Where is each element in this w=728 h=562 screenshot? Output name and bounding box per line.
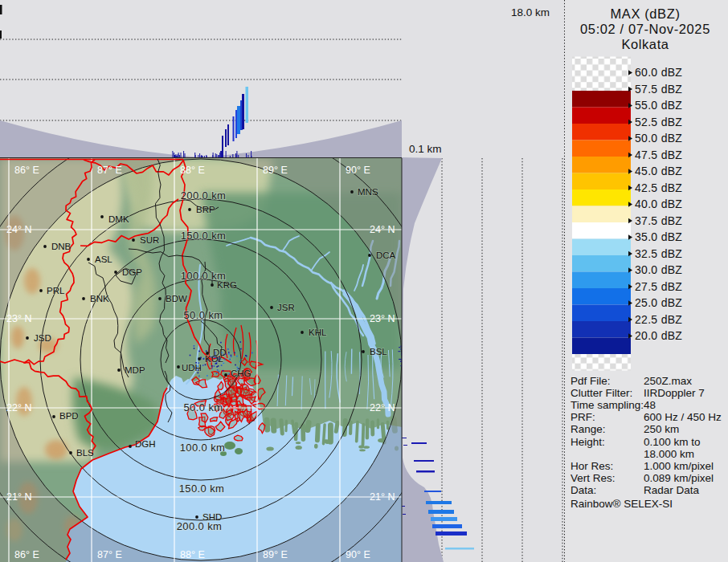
svg-text:250 km: 250 km: [644, 423, 679, 435]
svg-text:IIRDoppler 7: IIRDoppler 7: [644, 387, 705, 399]
svg-text:Clutter Filter:: Clutter Filter:: [571, 387, 632, 399]
svg-text:50.0 dBZ: 50.0 dBZ: [635, 132, 682, 145]
svg-text:Radar Data: Radar Data: [644, 484, 700, 496]
svg-text:23° N: 23° N: [6, 313, 31, 324]
svg-text:37.5 dBZ: 37.5 dBZ: [635, 214, 682, 227]
svg-text:89° E: 89° E: [263, 165, 288, 176]
svg-text:0.100 km to: 0.100 km to: [644, 436, 701, 448]
svg-text:88° E: 88° E: [180, 165, 205, 176]
svg-text:DGH: DGH: [135, 439, 156, 449]
svg-text:ASL: ASL: [95, 255, 112, 264]
svg-text:SUR: SUR: [140, 235, 159, 245]
svg-text:24° N: 24° N: [6, 224, 31, 235]
svg-text:50.0 km: 50.0 km: [183, 309, 223, 321]
svg-text:Rainbow® SELEX-SI: Rainbow® SELEX-SI: [571, 498, 673, 510]
svg-text:PRL: PRL: [47, 286, 65, 295]
svg-text:89° E: 89° E: [263, 549, 288, 560]
svg-text:47.5 dBZ: 47.5 dBZ: [635, 149, 682, 161]
svg-text:22° N: 22° N: [370, 402, 395, 413]
svg-text:Height:: Height:: [571, 436, 605, 448]
svg-text:BPD: BPD: [59, 411, 79, 421]
svg-text:48: 48: [644, 399, 656, 411]
svg-text:MAX (dBZ): MAX (dBZ): [611, 6, 681, 21]
svg-text:20.0 dBZ: 20.0 dBZ: [635, 329, 682, 342]
svg-text:MNS: MNS: [358, 187, 378, 197]
svg-text:600 Hz / 450 Hz: 600 Hz / 450 Hz: [644, 411, 722, 423]
svg-text:DMK: DMK: [108, 214, 129, 224]
svg-text:27.5 dBZ: 27.5 dBZ: [635, 280, 682, 293]
svg-text:KHL: KHL: [309, 328, 327, 337]
svg-text:JSD: JSD: [34, 333, 51, 343]
svg-text:05:02 / 07-Nov-2025: 05:02 / 07-Nov-2025: [580, 22, 710, 36]
svg-text:200.0 km: 200.0 km: [181, 189, 227, 202]
svg-text:0.1 km: 0.1 km: [409, 143, 442, 155]
svg-text:BRP: BRP: [196, 205, 215, 214]
svg-text:21° N: 21° N: [370, 491, 395, 503]
svg-text:1.000 km/pixel: 1.000 km/pixel: [644, 460, 714, 472]
svg-text:BDW: BDW: [166, 294, 187, 303]
svg-text:0.089 km/pixel: 0.089 km/pixel: [644, 472, 714, 484]
svg-text:BLS: BLS: [76, 448, 94, 458]
svg-text:KRG: KRG: [217, 280, 237, 290]
svg-text:22.5 dBZ: 22.5 dBZ: [635, 313, 682, 326]
svg-text:45.0 dBZ: 45.0 dBZ: [635, 165, 682, 177]
svg-text:87° E: 87° E: [97, 165, 122, 176]
svg-text:UDH: UDH: [182, 363, 202, 373]
svg-text:18.000 km: 18.000 km: [644, 448, 694, 460]
svg-text:40.0 dBZ: 40.0 dBZ: [635, 198, 682, 210]
svg-text:PRF:: PRF:: [571, 411, 595, 423]
svg-text:86° E: 86° E: [14, 549, 39, 560]
svg-text:Data:: Data:: [571, 484, 596, 496]
svg-text:BNK: BNK: [90, 294, 109, 303]
svg-text:30.0 dBZ: 30.0 dBZ: [635, 263, 682, 276]
svg-text:86° E: 86° E: [14, 165, 39, 176]
svg-text:22° N: 22° N: [6, 402, 31, 413]
svg-text:90° E: 90° E: [346, 549, 370, 560]
svg-text:Vert Res:: Vert Res:: [571, 472, 616, 484]
svg-text:55.0 dBZ: 55.0 dBZ: [635, 99, 682, 112]
svg-text:21° N: 21° N: [6, 491, 31, 503]
svg-text:42.5 dBZ: 42.5 dBZ: [635, 181, 682, 194]
svg-text:100.0 km: 100.0 km: [180, 442, 226, 454]
svg-text:18.0 km: 18.0 km: [511, 6, 550, 18]
svg-text:MDP: MDP: [125, 365, 145, 375]
svg-text:88° E: 88° E: [180, 549, 205, 560]
svg-text:250Z.max: 250Z.max: [644, 375, 692, 387]
svg-text:BSL: BSL: [370, 347, 387, 356]
svg-text:24° N: 24° N: [370, 224, 395, 235]
svg-text:25.0 dBZ: 25.0 dBZ: [635, 296, 682, 309]
svg-text:32.5 dBZ: 32.5 dBZ: [635, 247, 682, 260]
svg-text:KOL: KOL: [205, 354, 224, 364]
svg-text:60.0 dBZ: 60.0 dBZ: [635, 66, 682, 79]
svg-text:52.5 dBZ: 52.5 dBZ: [635, 116, 682, 128]
svg-text:SHD: SHD: [202, 512, 222, 522]
svg-text:57.5 dBZ: 57.5 dBZ: [635, 83, 682, 96]
svg-text:CHG: CHG: [231, 369, 252, 378]
svg-text:Pdf File:: Pdf File:: [571, 375, 611, 387]
svg-text:87° E: 87° E: [97, 549, 122, 560]
svg-text:Time sampling:: Time sampling:: [571, 399, 644, 411]
svg-text:23° N: 23° N: [370, 313, 395, 324]
svg-text:Hor Res:: Hor Res:: [571, 460, 613, 472]
svg-text:90° E: 90° E: [346, 165, 370, 176]
svg-text:DGP: DGP: [122, 267, 142, 277]
svg-text:150.0 km: 150.0 km: [179, 483, 225, 495]
svg-text:200.0 km: 200.0 km: [177, 520, 223, 532]
svg-text:Range:: Range:: [571, 423, 606, 435]
svg-text:150.0 km: 150.0 km: [181, 230, 227, 242]
svg-text:DNB: DNB: [51, 242, 72, 251]
svg-text:Kolkata: Kolkata: [621, 37, 669, 51]
svg-text:JSR: JSR: [277, 303, 295, 312]
svg-text:DCA: DCA: [376, 250, 396, 260]
svg-text:35.0 dBZ: 35.0 dBZ: [635, 230, 682, 243]
svg-text:50.0 km: 50.0 km: [183, 401, 223, 413]
